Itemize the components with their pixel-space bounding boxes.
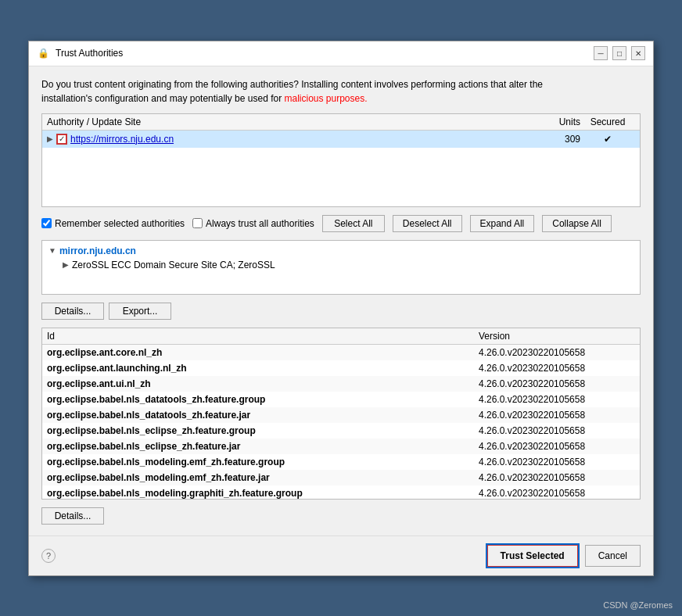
dialog-icon: 🔒 <box>37 47 49 59</box>
bottom-left: ? <box>41 549 56 563</box>
description: Do you trust content originating from th… <box>41 77 641 106</box>
always-trust-checkbox-label[interactable]: Always trust all authorities <box>192 218 314 229</box>
cert-tree-child-label: ZeroSSL ECC Domain Secure Site CA; ZeroS… <box>72 260 275 270</box>
unit-table-row: org.eclipse.babel.nls_eclipse_zh.feature… <box>42 439 640 454</box>
authority-table-header: Authority / Update Site Units Secured <box>42 114 640 131</box>
unit-id: org.eclipse.babel.nls_datatools_zh.featu… <box>47 394 479 405</box>
units-table-container: Id Version org.eclipse.ant.core.nl_zh4.2… <box>41 328 641 500</box>
cancel-button[interactable]: Cancel <box>585 545 641 567</box>
unit-table-row: org.eclipse.ant.ui.nl_zh4.26.0.v20230220… <box>42 376 640 392</box>
window-controls: ─ □ ✕ <box>594 46 645 60</box>
checkboxes-and-btns-row: Remember selected authorities Always tru… <box>41 215 641 232</box>
always-trust-label: Always trust all authorities <box>206 218 314 229</box>
authority-table-row[interactable]: ▶ https://mirrors.nju.edu.cn 309 ✔ <box>42 131 640 148</box>
collapse-all-button[interactable]: Collapse All <box>542 215 612 232</box>
expand-all-button[interactable]: Expand All <box>470 215 535 232</box>
unit-version: 4.26.0.v20230220105658 <box>479 457 635 467</box>
col-secured-header: Secured <box>580 116 635 127</box>
col-version-header: Version <box>479 331 635 342</box>
description-line1: Do you trust content originating from th… <box>41 79 543 90</box>
units-table-header: Id Version <box>42 328 640 345</box>
unit-table-row: org.eclipse.babel.nls_datatools_zh.featu… <box>42 407 640 423</box>
bottom-right: Trust Selected Cancel <box>486 544 641 568</box>
authority-checkbox[interactable] <box>56 134 67 145</box>
remember-label: Remember selected authorities <box>55 218 185 229</box>
trust-selected-button[interactable]: Trust Selected <box>486 544 579 568</box>
unit-table-row: org.eclipse.ant.launching.nl_zh4.26.0.v2… <box>42 360 640 376</box>
unit-id: org.eclipse.ant.core.nl_zh <box>47 347 479 358</box>
secured-cell: ✔ <box>580 134 635 145</box>
cert-tree-root: ▼ mirror.nju.edu.cn <box>48 244 634 258</box>
trust-authorities-dialog: 🔒 Trust Authorities ─ □ ✕ Do you trust c… <box>28 41 654 576</box>
unit-version: 4.26.0.v20230220105658 <box>479 410 635 421</box>
authority-url: https://mirrors.nju.edu.cn <box>70 134 174 145</box>
always-trust-checkbox[interactable] <box>192 218 203 228</box>
unit-id: org.eclipse.babel.nls_modeling.graphiti_… <box>47 488 479 499</box>
details-button-top[interactable]: Details... <box>41 303 104 320</box>
minimize-button[interactable]: ─ <box>594 46 608 60</box>
remember-checkbox[interactable] <box>41 218 52 228</box>
unit-table-row: org.eclipse.babel.nls_modeling.emf_zh.fe… <box>42 470 640 485</box>
unit-version: 4.26.0.v20230220105658 <box>479 425 635 436</box>
row-expand-arrow[interactable]: ▶ <box>47 134 53 143</box>
unit-version: 4.26.0.v20230220105658 <box>479 472 635 483</box>
cert-tree-container: ▼ mirror.nju.edu.cn ▶ ZeroSSL ECC Domain… <box>41 240 641 295</box>
title-bar-left: 🔒 Trust Authorities <box>37 47 123 59</box>
col-units-header: Units <box>533 116 580 127</box>
remember-checkbox-label[interactable]: Remember selected authorities <box>41 218 185 229</box>
unit-table-row: org.eclipse.babel.nls_modeling.emf_zh.fe… <box>42 454 640 470</box>
cert-tree-child-arrow: ▶ <box>63 260 69 269</box>
unit-id: org.eclipse.babel.nls_modeling.emf_zh.fe… <box>47 472 479 483</box>
unit-version: 4.26.0.v20230220105658 <box>479 441 635 452</box>
unit-version: 4.26.0.v20230220105658 <box>479 378 635 389</box>
close-button[interactable]: ✕ <box>631 46 645 60</box>
units-cell: 309 <box>533 134 580 145</box>
cert-tree-arrow: ▼ <box>48 246 56 255</box>
unit-version: 4.26.0.v20230220105658 <box>479 488 635 499</box>
unit-version: 4.26.0.v20230220105658 <box>479 363 635 374</box>
dialog-title: Trust Authorities <box>56 48 123 59</box>
unit-table-row: org.eclipse.babel.nls_modeling.graphiti_… <box>42 485 640 500</box>
malicious-text: malicious purposes. <box>284 93 367 104</box>
bottom-details-row: Details... <box>41 507 641 525</box>
description-line2: installation's configuration and may pot… <box>41 93 368 104</box>
select-all-button[interactable]: Select All <box>322 215 385 232</box>
unit-id: org.eclipse.ant.ui.nl_zh <box>47 378 479 389</box>
cert-tree-root-label: mirror.nju.edu.cn <box>59 245 136 256</box>
export-button[interactable]: Export... <box>109 303 171 320</box>
authority-table-container: Authority / Update Site Units Secured ▶ … <box>41 113 641 207</box>
maximize-button[interactable]: □ <box>612 46 626 60</box>
help-icon[interactable]: ? <box>41 549 56 563</box>
unit-id: org.eclipse.babel.nls_eclipse_zh.feature… <box>47 425 479 436</box>
title-bar: 🔒 Trust Authorities ─ □ ✕ <box>29 41 653 66</box>
col-id-header: Id <box>47 331 479 342</box>
authority-cell: ▶ https://mirrors.nju.edu.cn <box>47 134 533 145</box>
bottom-bar: ? Trust Selected Cancel <box>29 535 653 575</box>
deselect-all-button[interactable]: Deselect All <box>393 215 462 232</box>
unit-id: org.eclipse.babel.nls_eclipse_zh.feature… <box>47 441 479 452</box>
units-table-body: org.eclipse.ant.core.nl_zh4.26.0.v202302… <box>42 345 640 500</box>
unit-id: org.eclipse.ant.launching.nl_zh <box>47 363 479 374</box>
unit-table-row: org.eclipse.ant.core.nl_zh4.26.0.v202302… <box>42 345 640 360</box>
watermark: CSDN @Zeromes <box>603 600 673 610</box>
unit-version: 4.26.0.v20230220105658 <box>479 394 635 405</box>
detail-export-buttons: Details... Export... <box>41 303 641 320</box>
unit-table-row: org.eclipse.babel.nls_eclipse_zh.feature… <box>42 423 640 439</box>
col-auth-header: Authority / Update Site <box>47 116 533 127</box>
unit-version: 4.26.0.v20230220105658 <box>479 347 635 358</box>
cert-tree-child: ▶ ZeroSSL ECC Domain Secure Site CA; Zer… <box>48 258 634 272</box>
unit-id: org.eclipse.babel.nls_datatools_zh.featu… <box>47 410 479 421</box>
details-button-bottom[interactable]: Details... <box>41 507 104 525</box>
unit-table-row: org.eclipse.babel.nls_datatools_zh.featu… <box>42 392 640 407</box>
dialog-body: Do you trust content originating from th… <box>29 66 653 535</box>
unit-id: org.eclipse.babel.nls_modeling.emf_zh.fe… <box>47 457 479 467</box>
